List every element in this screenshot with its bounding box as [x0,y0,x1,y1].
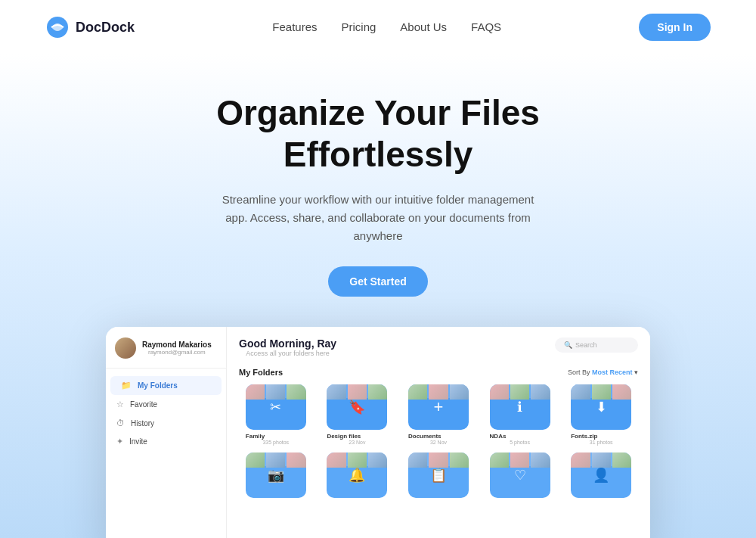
folder-type-icon: ℹ [517,399,522,415]
app-sidebar: Raymond Makarios raymond@gmail.com 📁 My … [106,327,227,538]
folder-item[interactable]: + Documents 32 Nov [401,384,476,445]
sidebar-item-my-folders[interactable]: 📁 My Folders [110,376,222,395]
folder-item[interactable]: 🔔 [321,452,395,501]
sort-value: Most Recent [592,369,633,376]
folder-item[interactable]: ℹ NDAs 5 photos [483,384,557,445]
star-icon: ☆ [116,400,124,409]
user-email: raymond@gmail.com [142,349,212,356]
nav-links: Features Pricing About Us FAQS [272,20,501,34]
hero-subtext: Streamline your workflow with our intuit… [219,191,537,245]
logo-link[interactable]: DocDock [45,15,135,39]
folder-meta: 335 photos [246,440,306,445]
folder-item[interactable]: ♡ [483,452,557,501]
brand-name: DocDock [76,20,135,36]
folder-type-icon: ⬇ [596,399,607,415]
search-box[interactable]: 🔍 Search [555,337,638,353]
folder-grid-row1: ✂ Family 335 photos 🔖 [239,384,638,445]
folders-header: My Folders Sort By Most Recent ▾ [239,368,638,377]
folder-item[interactable]: ✂ Family 335 photos [239,384,313,445]
folder-meta: 31 photos [571,440,631,445]
nav-about[interactable]: About Us [400,20,447,33]
sort-by-label: Sort By Most Recent ▾ [568,369,638,376]
folder-type-icon: 📷 [268,467,284,484]
logo-icon [45,15,70,39]
folder-card: 🔖 [327,384,387,430]
sidebar-item-label: Invite [129,437,147,446]
folder-card: 🔔 [327,452,387,498]
folder-icon: 📁 [121,381,132,390]
app-preview: Raymond Makarios raymond@gmail.com 📁 My … [106,327,650,538]
sidebar-item-label: History [131,419,154,428]
folder-type-icon: + [434,397,444,417]
avatar [115,337,136,359]
folder-type-icon: 📋 [430,467,447,484]
navbar: DocDock Features Pricing About Us FAQS S… [0,0,756,54]
folder-type-icon: ♡ [514,467,526,484]
folder-card: ℹ [490,384,550,430]
folder-item[interactable]: 🔖 Design files 23 Nov [321,384,395,445]
greeting-title: Good Morning, Ray [239,337,336,350]
hero-headline: Organize Your Files Effortlessly [15,92,741,176]
sidebar-item-favorite[interactable]: ☆ Favorite [106,395,226,414]
folder-item[interactable]: 👤 [564,452,638,501]
folder-name: Documents [408,433,469,440]
sidebar-item-label: Favorite [130,400,157,409]
folder-name: Family [246,433,306,440]
nav-features[interactable]: Features [272,20,317,33]
folder-card: 📋 [408,452,469,498]
folder-meta: 23 Nov [327,440,387,445]
get-started-button[interactable]: Get Started [328,266,427,297]
folder-meta: 32 Nov [408,440,469,445]
hero-section: Organize Your Files Effortlessly Streaml… [0,54,756,538]
app-main: Good Morning, Ray Access all your folder… [227,327,650,538]
sign-in-button[interactable]: Sign In [639,14,711,41]
folder-card: 👤 [571,452,631,498]
invite-icon: ✦ [116,437,123,446]
app-header: Good Morning, Ray Access all your folder… [239,337,638,357]
greeting-subtitle: Access all your folders here [239,350,336,357]
nav-pricing[interactable]: Pricing [341,20,376,33]
folder-name: Design files [327,433,387,440]
folder-type-icon: ✂ [270,399,281,415]
folder-item[interactable]: 📷 [239,452,313,501]
folder-card: ♡ [490,452,550,498]
folder-card: ⬇ [571,384,631,430]
folder-type-icon: 🔔 [349,467,365,484]
sidebar-item-history[interactable]: ⏱ History [106,414,226,432]
folder-card: 📷 [246,452,306,498]
history-icon: ⏱ [116,418,125,428]
search-placeholder: Search [575,341,597,349]
search-icon: 🔍 [564,341,572,349]
sidebar-item-invite[interactable]: ✦ Invite [106,432,226,451]
folder-type-icon: 👤 [593,467,609,484]
folder-grid-row2: 📷 🔔 [239,452,638,501]
sidebar-nav: 📁 My Folders ☆ Favorite ⏱ History ✦ Invi… [106,369,226,459]
folder-item[interactable]: ⬇ Fonts.zip 31 photos [564,384,638,445]
folder-name: Fonts.zip [571,433,631,440]
sidebar-item-label: My Folders [138,381,178,390]
sidebar-user: Raymond Makarios raymond@gmail.com [106,337,226,369]
user-name: Raymond Makarios [142,341,212,349]
folder-card: ✂ [246,384,306,430]
folder-card: + [408,384,469,430]
folder-item[interactable]: 📋 [401,452,476,501]
folder-type-icon: 🔖 [349,399,365,415]
folder-meta: 5 photos [490,440,550,445]
nav-faqs[interactable]: FAQS [471,20,501,33]
folder-name: NDAs [490,433,550,440]
folders-section-title: My Folders [239,368,283,377]
